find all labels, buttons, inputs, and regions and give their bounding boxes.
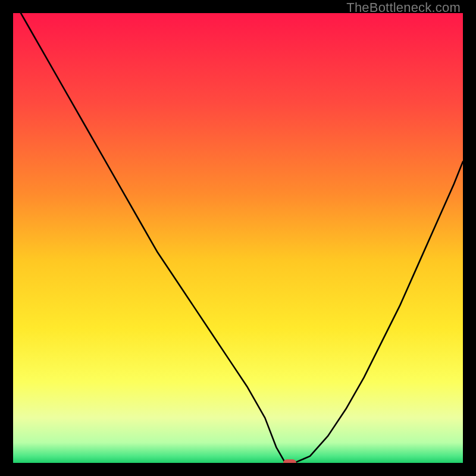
plot-area [13,13,463,463]
optimal-point-marker [283,459,296,463]
bottleneck-curve [13,13,463,463]
chart-container: TheBottleneck.com [0,0,476,476]
